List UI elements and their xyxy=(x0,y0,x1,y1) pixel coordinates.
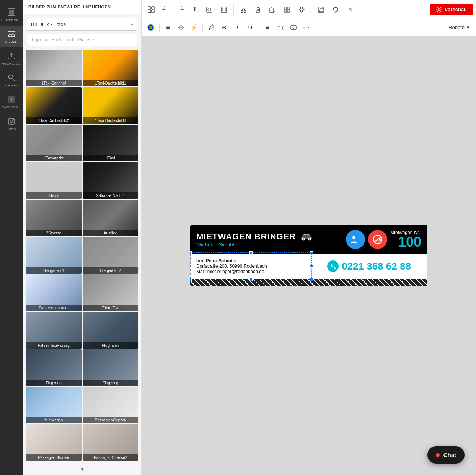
panel-title: BILDER ZUM ENTWURF HINZUFÜGEN xyxy=(23,0,141,14)
no-smoking-icon xyxy=(368,230,387,249)
contact-info[interactable]: Inh. Peter Schmitz Dorfstraße 200, 50996… xyxy=(190,254,311,279)
copy-button[interactable] xyxy=(266,3,279,16)
svg-rect-1 xyxy=(9,10,14,15)
image-thumb-label: Flugzeug xyxy=(83,380,139,386)
svg-rect-12 xyxy=(152,7,154,9)
svg-rect-13 xyxy=(148,10,151,13)
lightning-button[interactable]: ⚡ xyxy=(188,21,200,34)
image-thumb-label: Flughafen xyxy=(83,342,139,349)
gallery-search[interactable]: Tippe zur Suche in der Gallerie xyxy=(27,34,137,46)
image-thumb-19[interactable]: Passagier-Gepäck xyxy=(83,387,139,423)
text-align-button[interactable]: ≡ xyxy=(261,21,274,34)
image-thumb-12[interactable]: FahrerInnenraum xyxy=(26,274,82,311)
sidebar-item-bilder[interactable]: BILDER xyxy=(0,26,23,47)
image-thumb-4[interactable]: 1Taxi-nacht xyxy=(26,125,82,161)
image-thumb-16[interactable]: Flugzeug xyxy=(26,349,82,386)
image-thumb-21[interactable]: Passagier-Strasse2 xyxy=(83,424,139,461)
image-thumb-2[interactable]: 1Taxi-Dachschild2 xyxy=(26,87,82,124)
svg-point-35 xyxy=(438,8,440,11)
text-tool-button[interactable]: T xyxy=(188,3,201,16)
image-thumb-6[interactable]: 1Taxis xyxy=(26,162,82,199)
image-thumb-9[interactable]: Ausflieg xyxy=(83,200,139,236)
font-selector[interactable]: Roboto ▾ xyxy=(445,23,473,32)
underline-button[interactable]: U xyxy=(244,21,256,34)
italic-button[interactable]: I xyxy=(231,21,243,34)
shape-tool-button[interactable] xyxy=(203,3,216,16)
image-thumb-label: Ausflieg xyxy=(83,230,139,236)
text-box-button[interactable]: A xyxy=(287,21,300,34)
sidebar-item-suchen[interactable]: SUCHEN xyxy=(0,69,23,91)
save-button[interactable] xyxy=(315,3,328,16)
text-size-button[interactable]: T xyxy=(274,21,287,34)
image-thumb-label: Biergarten 2 xyxy=(83,267,139,274)
sidebar-item-hochladen[interactable]: HOCHLAD... xyxy=(0,47,23,69)
more-options-button[interactable]: ··· xyxy=(300,21,313,34)
handle-mid-left[interactable] xyxy=(190,265,192,268)
image-thumb-11[interactable]: Biergarten 2 xyxy=(83,237,139,274)
image-thumb-0[interactable]: 1Taxi-Bahnhof xyxy=(26,50,82,86)
chat-widget[interactable]: Chat xyxy=(427,446,465,464)
image-thumb-label: FahrerInnenraum xyxy=(26,305,82,311)
preview-label: Vorschau xyxy=(445,7,467,12)
scroll-down-button[interactable]: ▾ xyxy=(23,463,141,475)
svg-rect-31 xyxy=(287,10,290,12)
color-picker-button[interactable] xyxy=(145,21,157,34)
frame-button[interactable] xyxy=(217,3,230,16)
banner-nr: Mietwagen-Nr.: 100 xyxy=(390,230,421,249)
svg-point-9 xyxy=(10,120,13,123)
image-thumb-label: 1Taxi-Dachschild1 xyxy=(83,80,139,86)
font-name: Roboto xyxy=(448,24,465,30)
svg-point-19 xyxy=(241,10,243,12)
image-thumb-13[interactable]: FührerTaxi xyxy=(83,274,139,311)
svg-point-10 xyxy=(13,119,14,120)
close-editor-button[interactable]: ✕ xyxy=(344,3,357,16)
image-grid: 1Taxi-Bahnhof1Taxi-Dachschild11Taxi-Dach… xyxy=(23,50,141,463)
image-thumb-label: 2Strasse xyxy=(26,230,82,236)
image-thumb-8[interactable]: 2Strasse xyxy=(26,200,82,236)
image-thumb-label: Passagier-Strasse2 xyxy=(83,454,139,461)
delete-button[interactable] xyxy=(251,3,264,16)
bilder-icon xyxy=(7,29,16,39)
image-thumb-14[interactable]: Fahrer TaxiPassag xyxy=(26,312,82,348)
svg-rect-27 xyxy=(270,8,274,13)
svg-rect-11 xyxy=(148,7,151,9)
image-thumb-17[interactable]: Flugzeug xyxy=(83,349,139,386)
image-thumb-10[interactable]: Biergarten 1 xyxy=(26,237,82,274)
preview-button[interactable]: Vorschau xyxy=(430,4,473,15)
image-thumb-1[interactable]: 1Taxi-Dachschild1 xyxy=(83,50,139,86)
grid-button[interactable] xyxy=(145,3,158,16)
image-thumb-3[interactable]: 1Taxi-Dachschild3 xyxy=(83,87,139,124)
refresh-button[interactable] xyxy=(329,3,342,16)
layers-button[interactable] xyxy=(295,3,308,16)
sidebar-item-facebook-label: FACEBOO... xyxy=(2,106,21,109)
image-thumb-20[interactable]: Passagier-Strasse xyxy=(26,424,82,461)
person-check-icon: ✕ xyxy=(346,230,365,249)
svg-rect-33 xyxy=(319,10,323,12)
image-thumb-label: 1Taxis xyxy=(26,192,82,199)
undo-button[interactable] xyxy=(159,3,172,16)
main-toolbar: T xyxy=(142,0,476,19)
sidebar-item-instagram[interactable]: INSTA xyxy=(0,113,23,135)
align-left-button[interactable]: ≡ xyxy=(162,21,174,34)
bold-button[interactable]: B xyxy=(218,21,230,34)
car-icon xyxy=(300,232,313,241)
image-thumb-5[interactable]: 1Taxi xyxy=(83,125,139,161)
sidebar-item-hintergrund[interactable]: HINTERGR... xyxy=(0,4,23,26)
svg-rect-15 xyxy=(207,7,212,12)
phone-number: 0221 368 62 88 xyxy=(327,260,411,272)
pen-button[interactable] xyxy=(205,21,217,34)
fmt-sep-1 xyxy=(159,23,160,32)
image-thumb-label: 1Taxi xyxy=(83,155,139,161)
sidebar-item-facebook[interactable]: f FACEBOO... xyxy=(0,91,23,113)
image-thumb-7[interactable]: 2Strasse-Nacht1 xyxy=(83,162,139,199)
arrange-button[interactable] xyxy=(280,3,293,16)
redo-button[interactable] xyxy=(174,3,187,16)
transform-button[interactable] xyxy=(175,21,187,34)
sidebar-item-suchen-label: SUCHEN xyxy=(5,84,19,87)
cut-button[interactable] xyxy=(237,3,250,16)
image-thumb-15[interactable]: Flughafen xyxy=(83,312,139,348)
canvas-area[interactable]: MIETWAGEN BRINGER Wir holen xyxy=(142,36,476,475)
category-dropdown[interactable]: BILDER - Fotos ▾ xyxy=(27,18,137,31)
image-thumb-18[interactable]: Mietwagen xyxy=(26,387,82,423)
image-thumb-label: Flugzeug xyxy=(26,380,82,386)
